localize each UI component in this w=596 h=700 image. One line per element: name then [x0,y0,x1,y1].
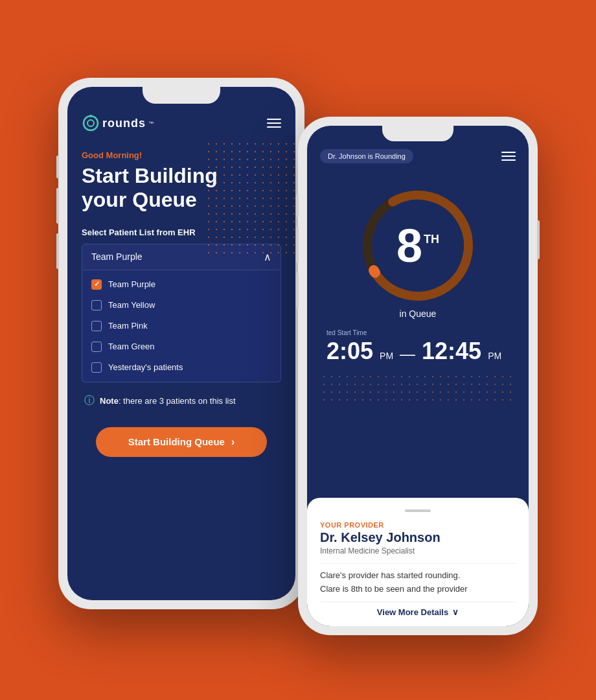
card-divider [320,563,516,564]
svg-point-0 [84,116,98,130]
dropdown-item-2[interactable]: Team Pink [82,316,281,336]
time-start: 2:05 [327,338,373,365]
arrow-right-icon: › [231,436,235,448]
p1-header: rounds™ [67,106,295,140]
logo-text: rounds [102,117,146,130]
provider-name: Dr. Kelsey Johnson [320,530,516,545]
queue-number: 8 [396,222,422,269]
note-text: Note: there are 3 patients on this list [100,396,236,406]
queue-number-display: 8 TH [396,222,439,269]
card-message-1: Clare's provider has started rounding. [320,570,516,580]
p1-note: ⓘ Note: there are 3 patients on this lis… [82,394,281,408]
time-dash: — [400,345,415,363]
p1-cta: Start Building Queue › [82,427,281,457]
svg-point-1 [87,120,94,126]
view-more-details-button[interactable]: View More Details ∨ [320,601,516,617]
checkbox-team-pink[interactable] [91,321,102,331]
p1-logo: rounds™ [82,114,154,132]
chevron-down-icon: ∨ [452,607,459,617]
checkbox-team-yellow[interactable] [91,300,102,310]
time-section: ted Start Time 2:05 PM — 12:45 PM [320,325,516,369]
p2-main: 8 TH in Queue ted Start Time 2:05 PM [307,171,529,498]
dropdown-item-label-1: Team Yellow [108,300,155,310]
phone-1-screen: rounds™ Good Morning! Start Building you… [67,87,295,600]
dot-pattern-bottom [320,373,516,405]
time-end-ampm: PM [488,351,501,361]
rounding-badge: Dr. Johnson is Rounding [320,149,413,163]
p2-card: Your Provider Dr. Kelsey Johnson Interna… [307,498,529,626]
drag-handle [405,509,431,512]
checkbox-yesterdays-patients[interactable] [91,362,102,373]
p1-body: Select Patient List from EHR Team Purple… [67,221,295,463]
checkbox-team-purple[interactable] [91,279,102,290]
hamburger-menu[interactable] [267,119,281,128]
dropdown-item-1[interactable]: Team Yellow [82,295,281,316]
dropdown-item-3[interactable]: Team Green [82,336,281,357]
dropdown-item-0[interactable]: Team Purple [82,274,281,295]
info-icon: ⓘ [84,394,95,408]
logo-tm: ™ [148,121,154,126]
p1-hero: Good Morning! Start Building your Queue [67,140,295,221]
phone-2: Dr. Johnson is Rounding [298,117,538,635]
svg-point-2 [89,115,92,117]
rounds-logo-icon [82,114,100,132]
phone-2-content: Dr. Johnson is Rounding [307,126,529,626]
time-range: 2:05 PM — 12:45 PM [327,338,509,365]
dropdown-item-4[interactable]: Yesterday's patients [82,357,281,378]
dropdown-list: Team Purple Team Yellow Team Pink T [82,270,281,382]
phone-2-screen: Dr. Johnson is Rounding [307,126,529,626]
dropdown-selected-text: Team Purple [91,251,143,262]
phone-2-notch [382,126,453,141]
start-building-queue-button[interactable]: Start Building Queue › [96,427,267,457]
dropdown-item-label-4: Yesterday's patients [108,362,183,372]
checkbox-team-green[interactable] [91,342,102,352]
phones-container: rounds™ Good Morning! Start Building you… [45,39,551,661]
queue-th: TH [424,233,439,246]
dropdown-item-label-0: Team Purple [108,279,155,289]
phone-1-content: rounds™ Good Morning! Start Building you… [67,87,295,600]
time-start-ampm: PM [380,351,393,361]
time-end: 12:45 [422,338,481,365]
card-message-2: Clare is 8th to be seen and the provider [320,584,516,594]
queue-ring: 8 TH [356,184,479,307]
dropdown-item-label-3: Team Green [108,342,155,351]
dot-pattern [205,140,295,257]
hamburger-menu-2[interactable] [501,152,516,161]
provider-label: Your Provider [320,521,516,529]
provider-specialty: Internal Medicine Specialist [320,546,516,555]
phone-1: rounds™ Good Morning! Start Building you… [58,78,304,609]
dropdown-item-label-2: Team Pink [108,321,148,331]
phone-1-notch [143,87,220,104]
time-label: ted Start Time [327,329,509,336]
